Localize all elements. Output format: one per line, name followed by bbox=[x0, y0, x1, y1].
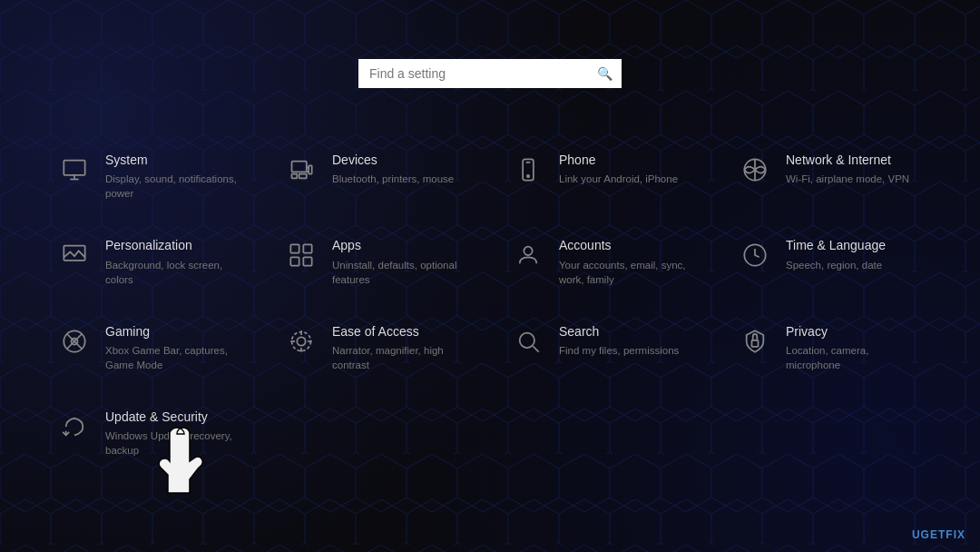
search-icon bbox=[512, 325, 544, 358]
privacy-title: Privacy bbox=[786, 323, 922, 340]
svg-rect-3 bbox=[292, 162, 307, 172]
personalization-desc: Background, lock screen, colors bbox=[105, 258, 241, 287]
svg-rect-14 bbox=[303, 245, 311, 253]
watermark: UGETFIX bbox=[912, 528, 965, 541]
svg-rect-4 bbox=[292, 174, 298, 179]
setting-item-network[interactable]: Network & InternetWi-Fi, airplane mode, … bbox=[717, 133, 944, 219]
ease-icon bbox=[285, 325, 318, 358]
setting-item-system[interactable]: SystemDisplay, sound, notifications, pow… bbox=[36, 133, 263, 219]
svg-point-21 bbox=[297, 337, 305, 345]
svg-rect-6 bbox=[309, 165, 312, 173]
svg-point-8 bbox=[527, 175, 529, 177]
setting-item-personalization[interactable]: PersonalizationBackground, lock screen, … bbox=[36, 219, 263, 304]
search-desc: Find my files, permissions bbox=[559, 343, 695, 358]
system-icon bbox=[58, 153, 91, 186]
privacy-icon bbox=[739, 325, 771, 358]
setting-item-privacy[interactable]: PrivacyLocation, camera, microphone bbox=[717, 305, 944, 390]
time-title: Time & Language bbox=[786, 237, 922, 253]
search-icon: 🔍 bbox=[597, 66, 612, 81]
ease-desc: Narrator, magnifier, high contrast bbox=[332, 343, 468, 372]
svg-rect-5 bbox=[299, 174, 307, 179]
setting-item-search[interactable]: SearchFind my files, permissions bbox=[490, 305, 717, 390]
network-desc: Wi-Fi, airplane mode, VPN bbox=[786, 172, 922, 186]
personalization-title: Personalization bbox=[105, 237, 241, 253]
setting-item-phone[interactable]: PhoneLink your Android, iPhone bbox=[490, 133, 717, 219]
accounts-title: Accounts bbox=[559, 237, 695, 253]
privacy-desc: Location, camera, microphone bbox=[786, 343, 922, 372]
update-title: Update & Security bbox=[105, 409, 241, 425]
devices-title: Devices bbox=[332, 152, 468, 168]
system-title: System bbox=[105, 152, 241, 168]
setting-item-apps[interactable]: AppsUninstall, defaults, optional featur… bbox=[263, 219, 490, 304]
svg-rect-16 bbox=[303, 258, 311, 266]
apps-icon bbox=[285, 239, 318, 271]
time-desc: Speech, region, date bbox=[786, 258, 922, 272]
system-desc: Display, sound, notifications, power bbox=[105, 172, 241, 201]
search-title: Search bbox=[559, 323, 695, 340]
update-icon bbox=[58, 410, 91, 443]
time-icon bbox=[739, 239, 771, 271]
gaming-title: Gaming bbox=[105, 323, 241, 340]
setting-item-gaming[interactable]: GamingXbox Game Bar, captures, Game Mode bbox=[36, 305, 263, 390]
ease-title: Ease of Access bbox=[332, 323, 468, 340]
apps-desc: Uninstall, defaults, optional features bbox=[332, 258, 468, 287]
accounts-icon bbox=[512, 239, 544, 271]
setting-item-time[interactable]: Time & LanguageSpeech, region, date bbox=[717, 219, 944, 304]
svg-rect-0 bbox=[64, 161, 84, 175]
gaming-desc: Xbox Game Bar, captures, Game Mode bbox=[105, 343, 241, 372]
setting-item-accounts[interactable]: AccountsYour accounts, email, sync, work… bbox=[490, 219, 717, 304]
main-content: 🔍 SystemDisplay, sound, notifications, p… bbox=[0, 0, 980, 477]
phone-desc: Link your Android, iPhone bbox=[559, 172, 695, 186]
phone-icon bbox=[512, 153, 544, 186]
phone-title: Phone bbox=[559, 152, 695, 168]
network-title: Network & Internet bbox=[786, 152, 922, 168]
accounts-desc: Your accounts, email, sync, work, family bbox=[559, 258, 695, 287]
devices-desc: Bluetooth, printers, mouse bbox=[332, 172, 468, 186]
svg-point-17 bbox=[524, 247, 532, 255]
setting-item-devices[interactable]: DevicesBluetooth, printers, mouse bbox=[263, 133, 490, 219]
svg-rect-15 bbox=[290, 258, 299, 266]
personalization-icon bbox=[58, 239, 91, 271]
cursor-hand bbox=[150, 425, 213, 498]
apps-title: Apps bbox=[332, 237, 468, 253]
network-icon bbox=[739, 153, 771, 186]
svg-rect-13 bbox=[290, 245, 299, 253]
setting-item-ease[interactable]: Ease of AccessNarrator, magnifier, high … bbox=[263, 305, 490, 390]
svg-point-23 bbox=[520, 332, 534, 347]
gaming-icon bbox=[58, 325, 91, 358]
search-input[interactable] bbox=[358, 59, 622, 88]
svg-line-24 bbox=[533, 346, 538, 351]
search-container: 🔍 bbox=[358, 59, 622, 88]
devices-icon bbox=[285, 153, 318, 186]
svg-rect-25 bbox=[752, 340, 759, 347]
